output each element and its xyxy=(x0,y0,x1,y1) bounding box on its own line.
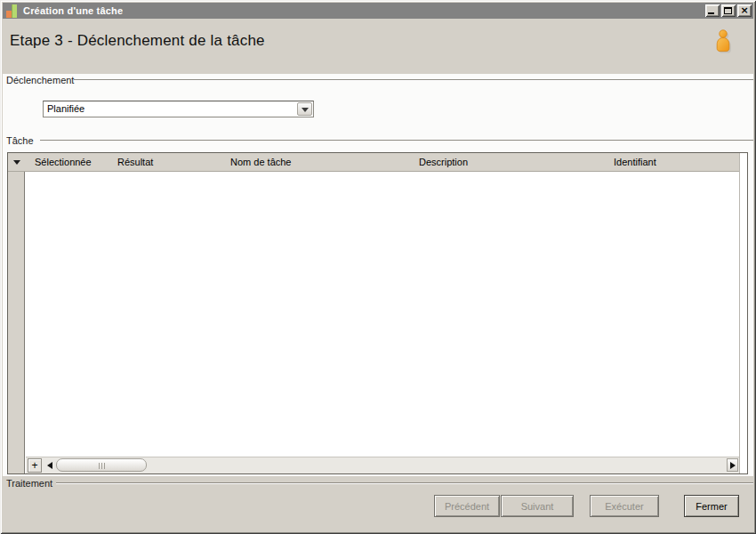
minimize-button[interactable] xyxy=(705,4,720,17)
execute-button[interactable]: Exécuter xyxy=(590,495,659,517)
table-header-row: Sélectionnée Résultat Nom de tâche Descr… xyxy=(8,153,739,172)
process-group-line xyxy=(56,482,753,484)
task-group-label: Tâche xyxy=(6,135,34,146)
trigger-type-combobox[interactable]: Planifiée xyxy=(43,101,314,117)
maximize-icon xyxy=(724,7,732,14)
add-row-button[interactable]: + xyxy=(28,458,42,473)
scroll-right-button[interactable] xyxy=(727,458,738,472)
vertical-scrollbar-divider xyxy=(739,153,740,473)
window-title: Création d'une tâche xyxy=(23,5,123,16)
column-header-resultat[interactable]: Résultat xyxy=(117,157,153,167)
maximize-button[interactable] xyxy=(721,4,736,17)
chevron-down-icon xyxy=(302,108,309,112)
minimize-icon xyxy=(708,12,714,14)
footer-bar: Traitement Précédent Suivant Exécuter Fe… xyxy=(3,476,753,531)
column-header-selectionnee[interactable]: Sélectionnée xyxy=(35,157,92,167)
next-button[interactable]: Suivant xyxy=(501,495,574,517)
wizard-header: Etape 3 - Déclenchement de la tâche xyxy=(3,19,753,74)
app-bar-chart-icon xyxy=(6,4,19,18)
row-selector-column xyxy=(8,153,25,473)
trigger-group-label: Déclenchement xyxy=(6,75,74,85)
close-dialog-button[interactable]: Fermer xyxy=(684,495,739,517)
process-group-label: Traitement xyxy=(6,478,52,489)
trigger-group-line xyxy=(74,79,753,81)
combobox-dropdown-button[interactable] xyxy=(297,102,312,116)
trigger-type-value: Planifiée xyxy=(47,103,84,114)
close-icon: × xyxy=(737,4,752,17)
scroll-left-icon[interactable] xyxy=(47,462,52,469)
column-header-identifiant[interactable]: Identifiant xyxy=(614,157,656,167)
task-creation-dialog: Création d'une tâche × Etape 3 - Déclenc… xyxy=(0,0,756,534)
table-body-empty[interactable] xyxy=(26,173,739,456)
scrollbar-thumb[interactable] xyxy=(56,458,147,472)
titlebar: Création d'une tâche × xyxy=(3,3,753,19)
task-table: Sélectionnée Résultat Nom de tâche Descr… xyxy=(7,152,748,474)
column-header-nom-de-tache[interactable]: Nom de tâche xyxy=(230,157,291,167)
scroll-right-icon xyxy=(730,462,736,469)
scrollbar-grip-icon xyxy=(101,463,102,469)
horizontal-scrollbar[interactable]: + xyxy=(26,457,739,473)
column-header-description[interactable]: Description xyxy=(419,157,468,167)
previous-button[interactable]: Précédent xyxy=(434,495,500,517)
step-title: Etape 3 - Déclenchement de la tâche xyxy=(10,32,265,50)
task-group-line xyxy=(40,140,753,142)
window-controls: × xyxy=(705,4,752,17)
person-icon xyxy=(714,28,736,55)
selector-arrow-icon xyxy=(13,160,20,165)
close-button[interactable]: × xyxy=(737,4,752,17)
wizard-content: Déclenchement Planifiée Tâche Sélectionn… xyxy=(3,74,753,476)
